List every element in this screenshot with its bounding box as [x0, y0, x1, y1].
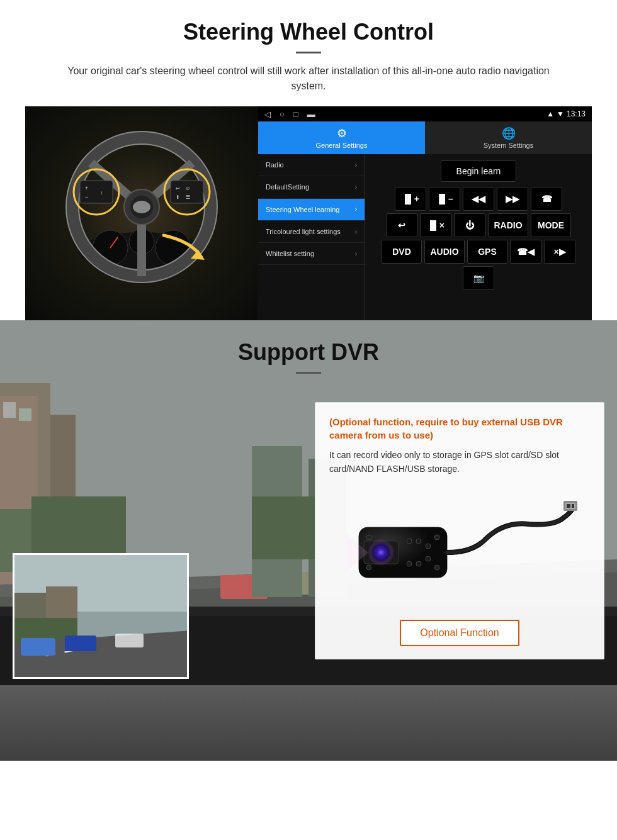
steering-subtitle: Your original car's steering wheel contr… — [57, 64, 560, 94]
svg-text:☰: ☰ — [186, 194, 190, 200]
call-prev-button[interactable]: ☎◀ — [510, 240, 541, 264]
title-divider — [296, 52, 321, 53]
prev-track-button[interactable]: ◀◀ — [463, 187, 494, 211]
dvr-info-box: (Optional function, require to buy exter… — [315, 402, 604, 659]
chevron-icon: › — [355, 228, 357, 235]
vol-down-button[interactable]: ▐▌– — [429, 187, 460, 211]
optional-function-button[interactable]: Optional Function — [400, 620, 519, 646]
svg-point-70 — [426, 544, 431, 549]
tab-system-label: System Settings — [484, 142, 533, 149]
dvr-title-block: Support DVR — [0, 320, 617, 374]
audio-button[interactable]: AUDIO — [424, 240, 465, 264]
next-track-button[interactable]: ▶▶ — [497, 187, 528, 211]
power-button[interactable]: ⏻ — [454, 213, 485, 237]
svg-point-71 — [407, 561, 412, 566]
dvr-inset-svg — [14, 555, 189, 679]
menu-steering-label: Steering Wheel learning — [266, 205, 339, 214]
steering-section: Steering Wheel Control Your original car… — [0, 0, 617, 320]
steering-buttons-panel: Begin learn ▐▌+ ▐▌– ◀◀ ▶▶ ☎ ↩ ▐▌× ⏻ — [365, 154, 592, 320]
recents-icon: □ — [293, 109, 298, 119]
dvr-title-divider — [296, 372, 321, 374]
menu-whitelist-label: Whitelist setting — [266, 249, 314, 258]
begin-learn-button[interactable]: Begin learn — [441, 160, 517, 182]
dvr-section: Support DVR — [0, 320, 617, 761]
svg-point-12 — [133, 201, 150, 213]
dvr-inset-photo — [13, 553, 189, 679]
svg-rect-77 — [572, 504, 574, 508]
statusbar-right: ▲ ▼ 13:13 — [546, 109, 586, 118]
home-icon: ○ — [280, 109, 285, 119]
dvr-camera-image — [329, 486, 590, 612]
signal-icon: ▲ — [546, 109, 554, 118]
dvr-description: It can record video only to storage in G… — [329, 448, 590, 476]
svg-rect-54 — [21, 638, 55, 656]
control-row-4: 📷 — [369, 266, 588, 290]
call-button[interactable]: ☎ — [531, 187, 562, 211]
steering-photo: + − ↕ ↩ ⊙ ⬆ ☰ — [25, 106, 258, 320]
chevron-icon: › — [355, 206, 357, 213]
call-next-button[interactable]: ×▶ — [544, 240, 575, 264]
dvr-title: Support DVR — [0, 339, 617, 366]
svg-text:+: + — [85, 185, 88, 191]
menu-item-default[interactable]: DefaultSetting › — [258, 176, 365, 198]
chevron-icon: › — [355, 184, 357, 191]
camera-button[interactable]: 📷 — [463, 266, 494, 290]
svg-point-72 — [416, 561, 421, 566]
menu-default-label: DefaultSetting — [266, 182, 309, 191]
svg-point-73 — [426, 556, 431, 561]
svg-point-60 — [434, 565, 439, 570]
svg-rect-52 — [65, 636, 96, 651]
gps-button[interactable]: GPS — [467, 240, 507, 264]
mute-button[interactable]: ▐▌× — [420, 213, 451, 237]
control-row-2: ↩ ▐▌× ⏻ RADIO MODE — [369, 213, 588, 237]
optional-function-container: Optional Function — [329, 620, 590, 646]
svg-text:−: − — [85, 194, 88, 200]
hangup-button[interactable]: ↩ — [386, 213, 417, 237]
nav-icons: ◁ ○ □ ▬ — [264, 109, 315, 119]
status-time: 13:13 — [567, 109, 586, 118]
menu-item-whitelist[interactable]: Whitelist setting › — [258, 243, 365, 265]
android-tabs: ⚙ General Settings 🌐 System Settings — [258, 121, 592, 154]
dvd-button[interactable]: DVD — [382, 240, 422, 264]
tab-system-settings[interactable]: 🌐 System Settings — [425, 121, 592, 154]
svg-rect-53 — [115, 634, 144, 647]
menu-item-radio[interactable]: Radio › — [258, 154, 365, 176]
svg-point-67 — [368, 540, 393, 565]
system-icon: 🌐 — [502, 126, 516, 140]
svg-text:↩: ↩ — [176, 186, 180, 191]
svg-point-69 — [416, 539, 421, 544]
begin-learn-row: Begin learn — [369, 158, 588, 184]
svg-text:⊙: ⊙ — [186, 186, 190, 191]
statusbar: ◁ ○ □ ▬ ▲ ▼ 13:13 — [258, 106, 592, 121]
settings-menu: Radio › DefaultSetting › Steering Wheel … — [258, 154, 365, 320]
chevron-icon: › — [355, 162, 357, 169]
control-row-3: DVD AUDIO GPS ☎◀ ×▶ — [369, 240, 588, 264]
svg-point-58 — [434, 535, 439, 540]
menu-radio-label: Radio — [266, 160, 284, 169]
svg-text:↕: ↕ — [100, 190, 103, 196]
mode-button[interactable]: MODE — [531, 213, 571, 237]
tab-general-label: General Settings — [316, 142, 368, 149]
tab-general-settings[interactable]: ⚙ General Settings — [258, 121, 425, 154]
radio-button[interactable]: RADIO — [488, 213, 528, 237]
wifi-icon: ▼ — [557, 109, 564, 118]
steering-wheel-image: + − ↕ ↩ ⊙ ⬆ ☰ — [54, 125, 230, 301]
dvr-camera-svg — [340, 490, 579, 609]
android-screen: ◁ ○ □ ▬ ▲ ▼ 13:13 ⚙ General Settings — [258, 106, 592, 320]
gear-icon: ⚙ — [337, 126, 347, 140]
svg-point-57 — [366, 535, 371, 540]
svg-point-59 — [366, 565, 371, 570]
svg-point-68 — [407, 539, 412, 544]
chevron-icon: › — [355, 250, 357, 257]
dvr-inset-inner — [14, 555, 187, 677]
back-icon: ◁ — [264, 109, 271, 119]
menu-icon: ▬ — [307, 109, 315, 119]
menu-tricoloured-label: Tricoloured light settings — [266, 227, 341, 236]
android-content: Radio › DefaultSetting › Steering Wheel … — [258, 154, 592, 320]
control-row-1: ▐▌+ ▐▌– ◀◀ ▶▶ ☎ — [369, 187, 588, 211]
dvr-optional-note: (Optional function, require to buy exter… — [329, 415, 590, 442]
menu-item-tricoloured[interactable]: Tricoloured light settings › — [258, 221, 365, 243]
steering-demo: + − ↕ ↩ ⊙ ⬆ ☰ — [25, 106, 592, 320]
menu-item-steering[interactable]: Steering Wheel learning › — [258, 199, 365, 221]
vol-up-button[interactable]: ▐▌+ — [395, 187, 426, 211]
